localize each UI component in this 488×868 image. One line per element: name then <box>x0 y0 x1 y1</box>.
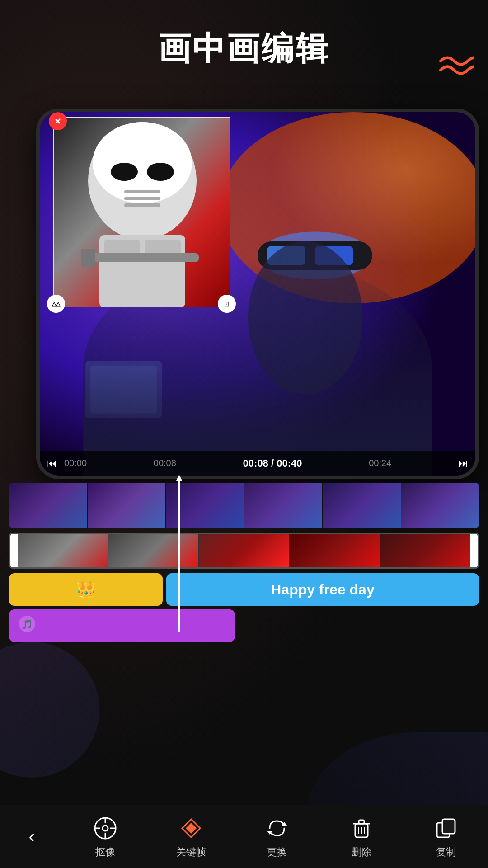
pip-frame-3 <box>199 534 289 567</box>
audio-track[interactable]: 🎵 <box>9 609 235 642</box>
back-icon: ‹ <box>28 826 34 847</box>
toolbar-item-portrait[interactable]: 抠像 <box>92 815 119 859</box>
svg-point-6 <box>248 241 363 395</box>
pip-strip-left-handle[interactable] <box>10 534 18 567</box>
pip-strip-content <box>18 534 470 567</box>
toolbar-item-delete[interactable]: 删除 <box>348 815 375 859</box>
strip-frame-1 <box>9 483 88 528</box>
replace-label: 更换 <box>267 845 287 859</box>
toolbar-item-keyframe[interactable]: 关键帧 <box>176 815 206 859</box>
pip-video-strip[interactable] <box>9 533 479 569</box>
header: 画中画编辑 <box>0 27 488 71</box>
svg-text:🎵: 🎵 <box>22 619 33 630</box>
pip-resize-handle-bl[interactable]: △△ <box>47 295 65 313</box>
video-timeline-bar: ⏮ 00:00 00:08 00:08 / 00:40 00:24 ⏭ <box>40 451 475 476</box>
timeline-mark1: 00:08 <box>94 458 236 468</box>
replace-icon <box>263 815 291 842</box>
svg-rect-15 <box>124 197 160 200</box>
timeline-start-time: 00:00 <box>64 458 87 468</box>
text-tracks-row: 👑 Happy free day <box>9 573 479 606</box>
pip-frame-5 <box>380 534 470 567</box>
pip-video-overlay[interactable]: × △△ ⊡ <box>53 117 230 307</box>
delete-icon <box>348 815 375 842</box>
svg-rect-21 <box>81 249 95 267</box>
svg-rect-36 <box>359 820 364 824</box>
pip-frame-4 <box>289 534 380 567</box>
timeline-next-button[interactable]: ⏭ <box>458 458 468 469</box>
resize-br-icon: ⊡ <box>224 300 230 307</box>
timeline-current-time: 00:08 / 00:40 <box>243 458 302 469</box>
pip-resize-handle-br[interactable]: ⊡ <box>218 295 236 313</box>
text-track-blue[interactable]: Happy free day <box>166 573 479 606</box>
text-track-blue-label: Happy free day <box>271 581 374 598</box>
bottom-toolbar: ‹ 抠像 关键帧 <box>0 805 488 868</box>
pip-frame-2 <box>108 534 198 567</box>
svg-rect-20 <box>90 253 199 262</box>
svg-rect-41 <box>442 819 455 834</box>
svg-point-25 <box>103 826 108 831</box>
close-icon: × <box>55 115 61 127</box>
playhead <box>178 478 180 632</box>
portrait-icon <box>92 815 119 842</box>
copy-label: 复制 <box>436 845 456 859</box>
svg-marker-31 <box>186 823 197 834</box>
crown-icon: 👑 <box>76 580 96 599</box>
delete-label: 删除 <box>352 845 371 859</box>
wave-decoration <box>438 54 474 86</box>
toolbar-item-copy[interactable]: 复制 <box>432 815 460 859</box>
pip-close-button[interactable]: × <box>49 112 67 130</box>
pip-video-content <box>54 118 229 306</box>
svg-point-1 <box>219 112 475 303</box>
timeline-section: 👑 Happy free day 🎵 <box>0 483 488 637</box>
timeline-prev-button[interactable]: ⏮ <box>47 458 57 469</box>
phone-device: × △△ ⊡ ⏮ 00:00 00:08 00:08 / 00:40 00:24… <box>36 108 479 479</box>
svg-point-13 <box>147 163 174 181</box>
strip-frame-5 <box>323 483 401 528</box>
strip-frame-6 <box>401 483 479 528</box>
svg-rect-8 <box>90 366 157 414</box>
strip-frame-3 <box>166 483 244 528</box>
strip-frame-2 <box>88 483 166 528</box>
keyframe-label: 关键帧 <box>176 845 206 859</box>
portrait-label: 抠像 <box>95 845 115 859</box>
svg-point-12 <box>111 163 138 181</box>
text-track-yellow[interactable]: 👑 <box>9 573 163 606</box>
svg-rect-16 <box>124 203 160 207</box>
page-title: 画中画编辑 <box>0 27 488 71</box>
pip-strip-right-handle[interactable] <box>470 534 478 567</box>
svg-rect-7 <box>85 361 162 418</box>
timeline-mark2: 00:24 <box>309 458 451 468</box>
back-button[interactable]: ‹ <box>28 826 34 847</box>
svg-rect-14 <box>124 190 160 193</box>
audio-track-icon: 🎵 <box>18 615 36 637</box>
keyframe-icon <box>178 815 205 842</box>
main-video-strip[interactable] <box>9 483 479 528</box>
resize-bl-icon: △△ <box>52 301 60 307</box>
phone-screen: × △△ ⊡ ⏮ 00:00 00:08 00:08 / 00:40 00:24… <box>40 112 475 476</box>
pip-frame-1 <box>18 534 108 567</box>
strip-frame-4 <box>244 483 323 528</box>
copy-icon <box>432 815 460 842</box>
toolbar-item-replace[interactable]: 更换 <box>263 815 291 859</box>
